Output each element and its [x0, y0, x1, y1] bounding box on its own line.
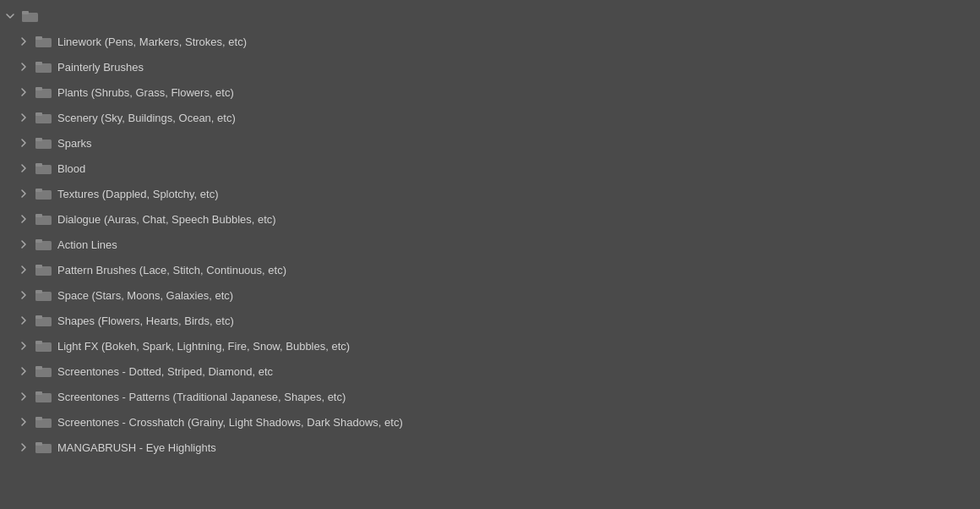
- tree-item-row[interactable]: Scenery (Sky, Buildings, Ocean, etc): [0, 105, 980, 130]
- svg-rect-5: [35, 62, 42, 65]
- item-label: MANGABRUSH - Eye Highlights: [57, 441, 973, 454]
- svg-rect-11: [35, 138, 42, 141]
- item-chevron-icon: [17, 263, 30, 276]
- tree-item-row[interactable]: Screentones - Dotted, Striped, Diamond, …: [0, 358, 980, 384]
- svg-rect-31: [35, 391, 42, 395]
- tree-item-row[interactable]: Light FX (Bokeh, Spark, Lightning, Fire,…: [0, 333, 980, 358]
- item-folder-icon: [35, 238, 52, 251]
- item-folder-icon: [35, 111, 52, 124]
- item-chevron-icon: [17, 85, 30, 99]
- item-folder-icon: [35, 187, 52, 200]
- item-label: Textures (Dappled, Splotchy, etc): [57, 188, 973, 200]
- tree-item-row[interactable]: Shapes (Flowers, Hearts, Birds, etc): [0, 308, 980, 333]
- svg-rect-19: [35, 239, 42, 243]
- item-label: Space (Stars, Moons, Galaxies, etc): [57, 289, 973, 302]
- svg-rect-13: [35, 163, 42, 167]
- item-folder-icon: [35, 364, 52, 378]
- item-chevron-icon: [17, 212, 30, 226]
- item-label: Screentones - Dotted, Striped, Diamond, …: [57, 365, 973, 378]
- tree-root-row[interactable]: [0, 3, 980, 29]
- item-label: Scenery (Sky, Buildings, Ocean, etc): [57, 112, 973, 124]
- item-label: Linework (Pens, Markers, Strokes, etc): [57, 36, 973, 48]
- item-folder-icon: [35, 35, 52, 48]
- item-chevron-icon: [17, 111, 30, 124]
- tree-container: Linework (Pens, Markers, Strokes, etc) P…: [0, 0, 980, 509]
- item-chevron-icon: [17, 288, 30, 302]
- item-folder-icon: [35, 85, 52, 99]
- tree-item-row[interactable]: Action Lines: [0, 232, 980, 257]
- item-chevron-icon: [17, 238, 30, 251]
- item-chevron-icon: [17, 60, 30, 74]
- item-folder-icon: [35, 288, 52, 302]
- svg-rect-25: [35, 315, 42, 319]
- item-label: Light FX (Bokeh, Spark, Lightning, Fire,…: [57, 340, 973, 353]
- tree-item-row[interactable]: Blood: [0, 156, 980, 181]
- child-rows-container: Linework (Pens, Markers, Strokes, etc) P…: [0, 29, 980, 460]
- item-chevron-icon: [17, 441, 30, 454]
- tree-item-row[interactable]: Space (Stars, Moons, Galaxies, etc): [0, 282, 980, 308]
- svg-rect-33: [35, 417, 42, 420]
- item-label: Blood: [57, 162, 973, 175]
- svg-rect-15: [35, 189, 42, 192]
- item-chevron-icon: [17, 390, 30, 403]
- tree-item-row[interactable]: Textures (Dappled, Splotchy, etc): [0, 181, 980, 206]
- item-chevron-icon: [17, 314, 30, 327]
- svg-rect-23: [35, 290, 42, 293]
- tree-item-row[interactable]: Pattern Brushes (Lace, Stitch, Continuou…: [0, 257, 980, 282]
- tree-item-row[interactable]: Screentones - Patterns (Traditional Japa…: [0, 384, 980, 409]
- item-chevron-icon: [17, 161, 30, 175]
- item-folder-icon: [35, 415, 52, 429]
- root-folder-icon: [22, 9, 39, 23]
- svg-rect-9: [35, 112, 42, 116]
- svg-rect-29: [35, 366, 42, 369]
- tree-item-row[interactable]: Plants (Shrubs, Grass, Flowers, etc): [0, 79, 980, 105]
- item-label: Screentones - Crosshatch (Grainy, Light …: [57, 416, 973, 429]
- item-chevron-icon: [17, 136, 30, 150]
- item-folder-icon: [35, 263, 52, 276]
- svg-rect-21: [35, 265, 42, 268]
- root-chevron-icon: [3, 9, 17, 23]
- item-folder-icon: [35, 339, 52, 353]
- svg-rect-3: [35, 36, 42, 40]
- item-chevron-icon: [17, 35, 30, 48]
- svg-rect-17: [35, 214, 42, 217]
- item-label: Dialogue (Auras, Chat, Speech Bubbles, e…: [57, 213, 973, 226]
- item-label: Plants (Shrubs, Grass, Flowers, etc): [57, 86, 973, 99]
- tree-item-row[interactable]: Screentones - Crosshatch (Grainy, Light …: [0, 409, 980, 435]
- item-folder-icon: [35, 161, 52, 175]
- item-folder-icon: [35, 60, 52, 74]
- item-folder-icon: [35, 441, 52, 454]
- tree-item-row[interactable]: Dialogue (Auras, Chat, Speech Bubbles, e…: [0, 206, 980, 232]
- item-chevron-icon: [17, 415, 30, 429]
- svg-rect-7: [35, 87, 42, 90]
- svg-rect-1: [22, 11, 29, 14]
- tree-item-row[interactable]: Sparks: [0, 130, 980, 156]
- tree-item-row[interactable]: Painterly Brushes: [0, 54, 980, 79]
- item-folder-icon: [35, 314, 52, 327]
- item-chevron-icon: [17, 339, 30, 353]
- svg-rect-27: [35, 341, 42, 344]
- item-label: Painterly Brushes: [57, 61, 973, 74]
- tree-item-row[interactable]: Linework (Pens, Markers, Strokes, etc): [0, 29, 980, 54]
- item-folder-icon: [35, 136, 52, 150]
- item-label: Screentones - Patterns (Traditional Japa…: [57, 391, 973, 403]
- svg-rect-35: [35, 442, 42, 446]
- item-label: Pattern Brushes (Lace, Stitch, Continuou…: [57, 264, 973, 276]
- item-chevron-icon: [17, 364, 30, 378]
- item-label: Action Lines: [57, 238, 973, 251]
- item-folder-icon: [35, 212, 52, 226]
- item-label: Shapes (Flowers, Hearts, Birds, etc): [57, 315, 973, 327]
- item-chevron-icon: [17, 187, 30, 200]
- item-label: Sparks: [57, 137, 973, 150]
- tree-item-row[interactable]: MANGABRUSH - Eye Highlights: [0, 435, 980, 460]
- item-folder-icon: [35, 390, 52, 403]
